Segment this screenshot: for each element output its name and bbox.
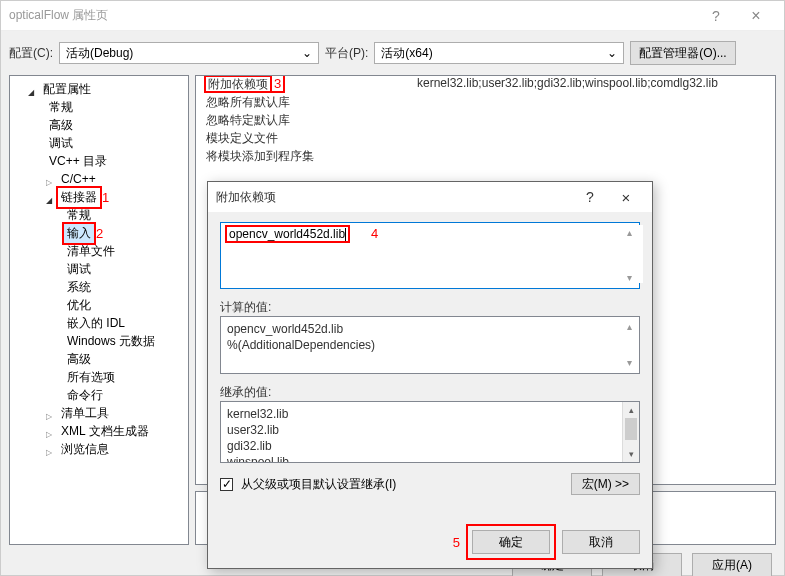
- tree-linker[interactable]: 链接器1: [10, 188, 188, 206]
- config-value: 活动(Debug): [66, 45, 133, 62]
- dialog-ok-button[interactable]: 确定: [472, 530, 550, 554]
- platform-combo[interactable]: 活动(x64) ⌄: [374, 42, 624, 64]
- tree-item[interactable]: VC++ 目录: [10, 152, 188, 170]
- tree-linker-child[interactable]: Windows 元数据: [10, 332, 188, 350]
- tree-linker-child[interactable]: 所有选项: [10, 368, 188, 386]
- scroll-up-icon[interactable]: ▴: [621, 225, 637, 241]
- tree-linker-child[interactable]: 命令行: [10, 386, 188, 404]
- inherited-line: winspool.lib: [227, 454, 633, 463]
- inherited-line: user32.lib: [227, 422, 633, 438]
- deps-input-wrap: opencv_world452d.lib 4 ▴ ▾: [220, 222, 640, 289]
- computed-values-box: opencv_world452d.lib %(AdditionalDepende…: [220, 316, 640, 374]
- tree-item[interactable]: 高级: [10, 116, 188, 134]
- prop-row[interactable]: 模块定义文件: [196, 130, 775, 148]
- apply-button[interactable]: 应用(A): [692, 553, 772, 576]
- scroll-up-icon[interactable]: ▴: [623, 402, 639, 418]
- platform-label: 平台(P):: [325, 45, 368, 62]
- scroll-up-icon[interactable]: ▴: [621, 319, 637, 335]
- dialog-help-button[interactable]: ?: [572, 189, 608, 205]
- chevron-down-icon: ⌄: [296, 46, 312, 60]
- annotation-5: 5: [453, 535, 460, 550]
- tree-item[interactable]: 清单工具: [10, 404, 188, 422]
- tree-item[interactable]: 常规: [10, 98, 188, 116]
- inherited-values-box: kernel32.lib user32.lib gdi32.lib winspo…: [220, 401, 640, 463]
- dialog-cancel-button[interactable]: 取消: [562, 530, 640, 554]
- tree-panel: 配置属性 常规 高级 调试 VC++ 目录 C/C++ 链接器1 常规 输入2 …: [9, 75, 189, 545]
- tree-item[interactable]: XML 文档生成器: [10, 422, 188, 440]
- tree-linker-input[interactable]: 输入2: [10, 224, 188, 242]
- dialog-titlebar: 附加依赖项 ? ×: [208, 182, 652, 212]
- computed-line: %(AdditionalDependencies): [227, 337, 633, 353]
- inherit-checkbox[interactable]: ✓: [220, 478, 233, 491]
- deps-textarea[interactable]: [223, 225, 643, 283]
- tree-linker-child[interactable]: 优化: [10, 296, 188, 314]
- inherit-row: ✓ 从父级或项目默认设置继承(I) 宏(M) >>: [220, 473, 640, 495]
- inherited-label: 继承的值:: [220, 384, 640, 401]
- tree-linker-child[interactable]: 高级: [10, 350, 188, 368]
- dialog-close-button[interactable]: ×: [608, 189, 644, 206]
- prop-row[interactable]: 忽略所有默认库: [196, 94, 775, 112]
- computed-line: opencv_world452d.lib: [227, 321, 633, 337]
- tree-linker-child[interactable]: 调试: [10, 260, 188, 278]
- dialog-buttons: 5 确定 取消: [208, 522, 652, 568]
- platform-value: 活动(x64): [381, 45, 432, 62]
- inherited-line: kernel32.lib: [227, 406, 633, 422]
- dialog-body: opencv_world452d.lib 4 ▴ ▾ 计算的值: opencv_…: [208, 212, 652, 522]
- tree-linker-child[interactable]: 常规: [10, 206, 188, 224]
- scrollbar[interactable]: ▴ ▾: [622, 402, 639, 462]
- scroll-down-icon[interactable]: ▾: [621, 270, 637, 286]
- inherited-line: gdi32.lib: [227, 438, 633, 454]
- property-pages-window: opticalFlow 属性页 ? × 配置(C): 活动(Debug) ⌄ 平…: [0, 0, 785, 576]
- tree-cpp[interactable]: C/C++: [10, 170, 188, 188]
- macro-button[interactable]: 宏(M) >>: [571, 473, 640, 495]
- inherit-checkbox-label: 从父级或项目默认设置继承(I): [241, 476, 396, 493]
- tree-item[interactable]: 浏览信息: [10, 440, 188, 458]
- prop-row[interactable]: 忽略特定默认库: [196, 112, 775, 130]
- window-title: opticalFlow 属性页: [9, 7, 696, 24]
- chevron-down-icon: ⌄: [601, 46, 617, 60]
- scrollbar-thumb[interactable]: [625, 418, 637, 440]
- titlebar: opticalFlow 属性页 ? ×: [1, 1, 784, 31]
- config-manager-button[interactable]: 配置管理器(O)...: [630, 41, 735, 65]
- config-combo[interactable]: 活动(Debug) ⌄: [59, 42, 319, 64]
- prop-row[interactable]: 将模块添加到程序集: [196, 148, 775, 166]
- close-button[interactable]: ×: [736, 7, 776, 25]
- dialog-title: 附加依赖项: [216, 189, 572, 206]
- scroll-down-icon[interactable]: ▾: [623, 446, 639, 462]
- tree-root[interactable]: 配置属性: [10, 80, 188, 98]
- tree-linker-child[interactable]: 嵌入的 IDL: [10, 314, 188, 332]
- additional-deps-dialog: 附加依赖项 ? × opencv_world452d.lib 4 ▴ ▾ 计算的…: [207, 181, 653, 569]
- scroll-down-icon[interactable]: ▾: [621, 355, 637, 371]
- help-button[interactable]: ?: [696, 8, 736, 24]
- config-row: 配置(C): 活动(Debug) ⌄ 平台(P): 活动(x64) ⌄ 配置管理…: [1, 31, 784, 75]
- config-label: 配置(C):: [9, 45, 53, 62]
- config-tree: 配置属性 常规 高级 调试 VC++ 目录 C/C++ 链接器1 常规 输入2 …: [10, 76, 188, 462]
- tree-item[interactable]: 调试: [10, 134, 188, 152]
- tree-linker-child[interactable]: 清单文件: [10, 242, 188, 260]
- tree-linker-child[interactable]: 系统: [10, 278, 188, 296]
- computed-label: 计算的值:: [220, 299, 640, 316]
- prop-row-additional-deps[interactable]: 附加依赖项3 kernel32.lib;user32.lib;gdi32.lib…: [196, 76, 775, 94]
